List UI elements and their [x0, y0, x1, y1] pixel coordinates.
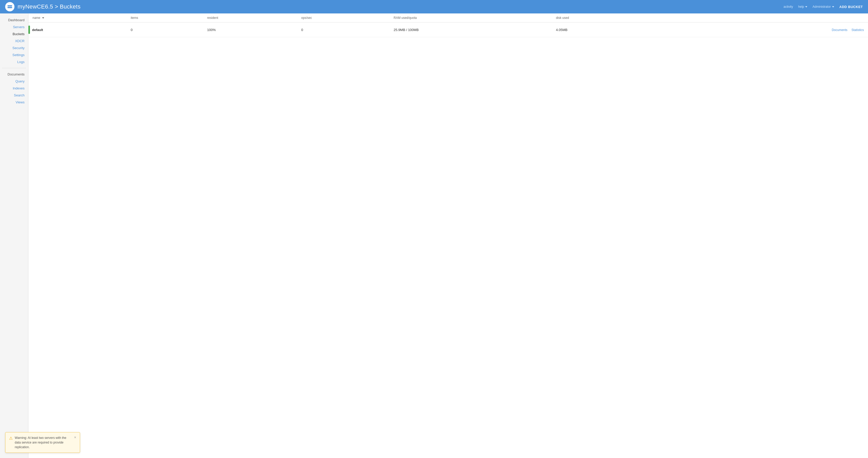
- sidebar-item-security[interactable]: Security: [0, 44, 28, 52]
- activity-link[interactable]: activity: [783, 5, 793, 8]
- bucket-status-indicator: [28, 26, 30, 34]
- add-bucket-button[interactable]: ADD BUCKET: [839, 5, 863, 9]
- sidebar-item-documents[interactable]: Documents: [0, 70, 28, 78]
- admin-chevron-icon: [832, 6, 834, 7]
- logo: [5, 2, 14, 11]
- sidebar-item-dashboard[interactable]: Dashboard: [0, 16, 28, 24]
- warning-icon: ⚠: [9, 436, 13, 441]
- sidebar-item-logs[interactable]: Logs: [0, 58, 28, 65]
- sidebar-item-xdcr[interactable]: XDCR: [0, 37, 28, 44]
- col-header-name[interactable]: name: [28, 13, 127, 23]
- svg-rect-0: [7, 5, 12, 7]
- layout: Dashboard Servers Buckets XDCR Security …: [0, 13, 868, 458]
- topbar-right: activity help Administrator ADD BUCKET: [783, 5, 863, 9]
- table-body: default 0 100% 0 25.9MB / 100MB 4.05MB D…: [28, 23, 868, 37]
- sidebar-section-data: Documents Query Indexes Search Views: [0, 70, 28, 106]
- bucket-items: 0: [127, 23, 203, 37]
- col-header-ops-sec: ops/sec: [297, 13, 390, 23]
- bucket-name-cell: default: [28, 23, 127, 37]
- topbar-title: myNewCE6.5 > Buckets: [18, 3, 81, 10]
- sidebar-item-search[interactable]: Search: [0, 92, 28, 99]
- sidebar-item-buckets[interactable]: Buckets: [0, 30, 28, 37]
- topbar: myNewCE6.5 > Buckets activity help Admin…: [0, 0, 868, 13]
- bucket-name[interactable]: default: [32, 28, 43, 32]
- bucket-action-links: Documents Statistics: [656, 23, 868, 37]
- col-header-ram: RAM used/quota: [390, 13, 552, 23]
- help-chevron-icon: [805, 6, 807, 7]
- sidebar: Dashboard Servers Buckets XDCR Security …: [0, 13, 28, 458]
- sidebar-item-indexes[interactable]: Indexes: [0, 85, 28, 92]
- col-header-items: items: [127, 13, 203, 23]
- bucket-statistics-link[interactable]: Statistics: [851, 28, 864, 32]
- sort-icon: [42, 17, 44, 19]
- bucket-table: name items resident ops/sec RAM used/quo…: [28, 13, 868, 37]
- bucket-ram: 25.9MB / 100MB: [390, 23, 552, 37]
- warning-text: Warning: At least two servers with the d…: [15, 435, 72, 450]
- help-link[interactable]: help: [798, 5, 808, 8]
- col-header-actions: [656, 13, 868, 23]
- table-row: default 0 100% 0 25.9MB / 100MB 4.05MB D…: [28, 23, 868, 37]
- svg-rect-1: [7, 7, 12, 8]
- sidebar-item-servers[interactable]: Servers: [0, 24, 28, 30]
- sidebar-item-query[interactable]: Query: [0, 78, 28, 85]
- main-content: name items resident ops/sec RAM used/quo…: [28, 13, 868, 458]
- warning-toast: ⚠ Warning: At least two servers with the…: [5, 432, 80, 453]
- admin-link[interactable]: Administrator: [812, 5, 834, 8]
- sidebar-section-main: Dashboard Servers Buckets XDCR Security …: [0, 16, 28, 65]
- bucket-resident: 100%: [203, 23, 297, 37]
- col-header-resident: resident: [203, 13, 297, 23]
- sidebar-item-settings[interactable]: Settings: [0, 52, 28, 58]
- topbar-left: myNewCE6.5 > Buckets: [5, 2, 81, 11]
- sidebar-item-views[interactable]: Views: [0, 99, 28, 106]
- bucket-disk: 4.05MB: [552, 23, 656, 37]
- bucket-documents-link[interactable]: Documents: [832, 28, 847, 32]
- warning-close-button[interactable]: ×: [74, 435, 76, 439]
- table-header: name items resident ops/sec RAM used/quo…: [28, 13, 868, 23]
- bucket-ops-sec: 0: [297, 23, 390, 37]
- col-header-disk: disk used: [552, 13, 656, 23]
